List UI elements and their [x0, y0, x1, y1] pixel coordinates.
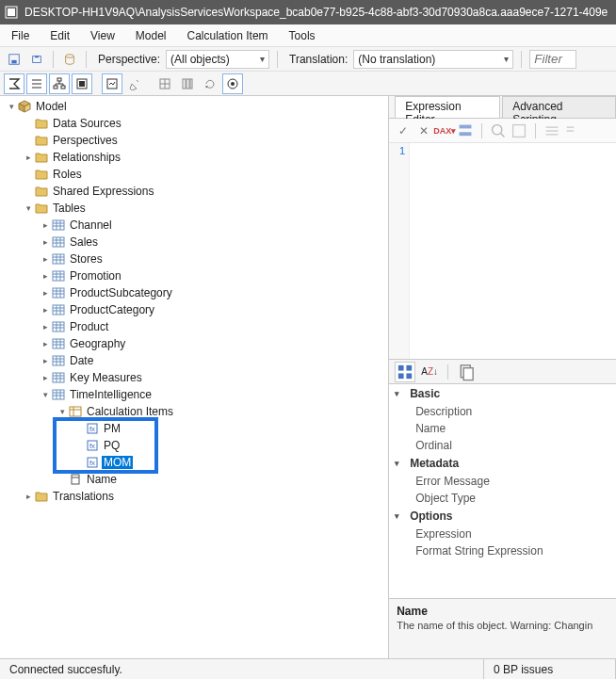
model-tree[interactable]: ▾ Model Data Sources Perspectives ▸Relat…	[0, 96, 389, 658]
tree-calculation-items[interactable]: ▾Calculation Items	[55, 403, 388, 420]
prop-format-string-expression[interactable]: Format String Expression	[389, 542, 616, 559]
tree-table-channel[interactable]: ▸Channel	[38, 217, 388, 234]
chevron-down-icon[interactable]: ▾	[57, 407, 68, 416]
goto-icon[interactable]	[511, 122, 527, 139]
menu-file[interactable]: File	[8, 27, 33, 44]
prop-expression[interactable]: Expression	[389, 525, 616, 542]
prop-categorized-icon[interactable]	[395, 362, 415, 382]
menu-calculation-item[interactable]: Calculation Item	[184, 27, 272, 44]
comment-icon[interactable]	[543, 122, 560, 139]
tree-table-key measures[interactable]: ▸Key Measures	[38, 369, 388, 386]
tree-translations[interactable]: ▸Translations	[21, 488, 388, 505]
chevron-icon[interactable]: ▸	[40, 356, 51, 365]
dax-icon[interactable]: DAX▾	[436, 122, 453, 139]
cancel-icon[interactable]: ✕	[415, 122, 432, 139]
chevron-icon[interactable]: ▸	[40, 373, 51, 382]
prop-alpha-icon[interactable]: AZ↓	[419, 362, 440, 382]
menu-model[interactable]: Model	[132, 27, 170, 44]
prop-description[interactable]: Description	[389, 403, 616, 420]
tree-relationships[interactable]: ▸Relationships	[21, 149, 388, 166]
tree-perspectives[interactable]: Perspectives	[21, 132, 388, 149]
tree-name-column[interactable]: Name	[55, 471, 388, 488]
tree-calcitem-pq[interactable]: fxPQ	[72, 437, 388, 454]
tree-table-sales[interactable]: ▸Sales	[38, 234, 388, 251]
tree-tables[interactable]: ▾Tables	[21, 200, 388, 217]
tree-calcitem-mom[interactable]: fxMOM	[72, 454, 388, 471]
accept-icon[interactable]: ✓	[395, 122, 412, 139]
calc-item-icon: fx	[85, 438, 100, 453]
tree-table-productsubcategory[interactable]: ▸ProductSubcategory	[38, 284, 388, 301]
tree-table-timeintelligence[interactable]: ▾TimeIntelligence	[38, 386, 388, 403]
chevron-icon[interactable]: ▸	[40, 339, 51, 348]
tree-model-root[interactable]: ▾ Model	[4, 98, 388, 115]
tab-advanced-scripting[interactable]: Advanced Scripting	[502, 96, 616, 118]
prop-name[interactable]: Name	[389, 420, 616, 437]
tree-shared-expressions[interactable]: Shared Expressions	[21, 183, 388, 200]
chevron-icon[interactable]: ▾	[40, 390, 51, 399]
menu-view[interactable]: View	[87, 27, 119, 44]
menu-edit[interactable]: Edit	[46, 27, 73, 44]
status-connection: Connected succesfuly.	[0, 659, 484, 679]
view-refresh-icon[interactable]	[200, 73, 220, 94]
svg-rect-68	[53, 356, 64, 365]
chevron-down-icon[interactable]: ▾	[395, 459, 404, 468]
svg-rect-98	[513, 124, 526, 137]
prop-cat-metadata[interactable]: ▾Metadata	[389, 454, 616, 473]
chevron-down-icon[interactable]: ▾	[395, 511, 404, 521]
chevron-right-icon[interactable]: ▸	[23, 153, 34, 162]
view-hierarchy-icon[interactable]	[49, 73, 70, 94]
prop-object-type[interactable]: Object Type	[389, 490, 616, 507]
chevron-down-icon[interactable]: ▾	[6, 102, 17, 111]
perspective-dropdown[interactable]: (All objects)	[166, 50, 269, 69]
deploy-icon[interactable]	[28, 51, 45, 68]
tree-table-date[interactable]: ▸Date	[38, 352, 388, 369]
view-box-icon[interactable]	[72, 73, 92, 94]
prop-pages-icon[interactable]	[456, 362, 477, 382]
prop-cat-basic[interactable]: ▾Basic	[389, 384, 616, 403]
menu-tools[interactable]: Tools	[285, 27, 319, 44]
chevron-icon[interactable]: ▸	[40, 271, 51, 281]
tree-table-geography[interactable]: ▸Geography	[38, 335, 388, 352]
tree-table-promotion[interactable]: ▸Promotion	[38, 267, 388, 284]
view-edit-icon[interactable]	[124, 73, 145, 94]
view-report-icon[interactable]	[102, 73, 122, 94]
tree-table-product[interactable]: ▸Product	[38, 318, 388, 335]
translation-dropdown[interactable]: (No translation)	[353, 50, 513, 69]
tree-roles[interactable]: Roles	[21, 166, 388, 183]
prop-error-message[interactable]: Error Message	[389, 473, 616, 490]
svg-rect-83	[70, 407, 81, 416]
format-icon[interactable]	[457, 122, 474, 139]
uncomment-icon[interactable]	[564, 122, 581, 139]
chevron-down-icon[interactable]: ▾	[395, 389, 404, 398]
property-grid[interactable]: ▾Basic Description Name Ordinal ▾Metadat…	[389, 384, 616, 598]
view-list-icon[interactable]	[26, 73, 47, 94]
view-target-icon[interactable]	[222, 73, 243, 94]
chevron-icon[interactable]: ▸	[40, 237, 51, 247]
chevron-icon[interactable]: ▸	[40, 220, 51, 230]
prop-cat-options[interactable]: ▾Options	[389, 507, 616, 525]
search-icon[interactable]	[490, 122, 507, 139]
svg-rect-109	[463, 367, 473, 380]
tree-table-productcategory[interactable]: ▸ProductCategory	[38, 301, 388, 318]
tree-calcitem-pm[interactable]: fxPM	[72, 420, 388, 437]
tree-table-stores[interactable]: ▸Stores	[38, 251, 388, 267]
table-icon	[51, 218, 66, 233]
chevron-right-icon[interactable]: ▸	[23, 492, 34, 501]
save-icon[interactable]	[6, 51, 23, 68]
view-columns-icon[interactable]	[177, 73, 198, 94]
view-sigma-icon[interactable]	[4, 73, 24, 94]
chevron-icon[interactable]: ▸	[40, 288, 51, 298]
db-icon[interactable]	[61, 51, 78, 68]
column-icon	[68, 472, 83, 487]
chevron-icon[interactable]: ▸	[40, 305, 51, 315]
filter-input[interactable]	[529, 50, 576, 69]
chevron-icon[interactable]: ▸	[40, 254, 51, 264]
expression-editor[interactable]: 1	[389, 143, 616, 360]
editor-code[interactable]	[410, 143, 616, 359]
tree-data-sources[interactable]: Data Sources	[21, 115, 388, 132]
chevron-icon[interactable]: ▸	[40, 322, 51, 331]
view-grid-icon[interactable]	[154, 73, 175, 94]
tab-expression-editor[interactable]: Expression Editor	[395, 96, 500, 118]
prop-ordinal[interactable]: Ordinal	[389, 437, 616, 454]
chevron-down-icon[interactable]: ▾	[23, 203, 34, 213]
